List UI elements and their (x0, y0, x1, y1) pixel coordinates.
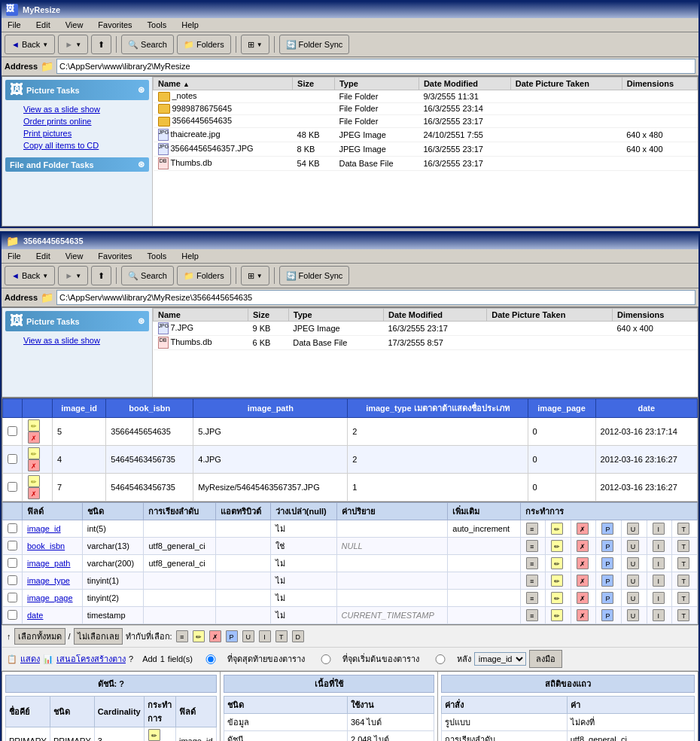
browse-btn[interactable]: ≡ (526, 557, 538, 569)
folder-sync-button[interactable]: 🔄 Folder Sync (279, 35, 350, 54)
at-end-option[interactable]: ที่จุดสุดท้ายของตาราง (196, 652, 305, 666)
menu2-favorites[interactable]: Favorites (95, 251, 135, 261)
struct-col-null[interactable]: ว่างเปล่า(null) (270, 503, 336, 520)
file-row[interactable]: 9989878675645 File Folder 16/3/2555 23:1… (154, 102, 698, 115)
idx-col-type[interactable]: ชนิด (50, 697, 94, 727)
unique-btn[interactable]: U (627, 575, 639, 587)
primary-btn[interactable]: P (601, 592, 613, 604)
collapse-icon2[interactable]: ⊛ (138, 160, 145, 169)
menu-file[interactable]: File (5, 20, 24, 30)
fulltext-btn[interactable]: T (677, 523, 689, 535)
folders-button[interactable]: 📁 Folders (177, 35, 231, 54)
order-prints-link[interactable]: Order prints online (5, 115, 149, 127)
db-col-image-type[interactable]: image_type เมตาดาต้าแสดงชื่อประเภท (348, 399, 528, 418)
index-btn[interactable]: I (653, 557, 665, 569)
after-field-select[interactable]: image_id (474, 652, 526, 666)
fulltext-btn[interactable]: T (677, 557, 689, 569)
del-btn[interactable]: ✗ (577, 540, 589, 552)
struct-field-link[interactable]: image_id (27, 524, 61, 533)
db-col-image-path[interactable]: image_path (193, 399, 348, 418)
struct-checkbox[interactable] (8, 523, 17, 533)
folder-sync-button2[interactable]: 🔄 Folder Sync (279, 266, 350, 285)
del-selected-btn[interactable]: ✗ (209, 630, 221, 642)
up-button2[interactable]: ⬆ (91, 266, 111, 285)
edit-btn[interactable]: ✏ (551, 523, 563, 535)
unique-btn[interactable]: U (627, 592, 639, 604)
index-btn[interactable]: I (653, 575, 665, 587)
del-btn[interactable]: ✗ (577, 592, 589, 604)
view-button2[interactable]: ⊞ ▼ (241, 266, 269, 285)
struct-checkbox[interactable] (8, 575, 17, 585)
browse-btn[interactable]: ≡ (526, 523, 538, 535)
db-col-image-id[interactable]: image_id (53, 399, 106, 418)
up-button[interactable]: ⬆ (91, 35, 111, 54)
file-row2[interactable]: DBThumbs.db 6 KB Data Base File 17/3/255… (154, 336, 698, 350)
del-btn[interactable]: ✗ (577, 609, 589, 621)
print-pictures-link[interactable]: Print pictures (5, 127, 149, 139)
search-button[interactable]: 🔍 Search (121, 35, 174, 54)
view-button[interactable]: ⊞ ▼ (241, 35, 269, 54)
file-row[interactable]: JPGthaicreate.jpg 48 KB JPEG Image 24/10… (154, 127, 698, 142)
struct-field-link[interactable]: image_type (27, 576, 70, 585)
edit-btn[interactable]: ✏ (551, 609, 563, 621)
delete-icon[interactable]: ✗ (28, 487, 40, 499)
at-begin-option[interactable]: ที่จุดเริ่มต้นของตาราง (311, 652, 419, 666)
select-all-link[interactable]: เลือกทั้งหมด (14, 628, 65, 645)
del-btn[interactable]: ✗ (577, 575, 589, 587)
struct-col-actions[interactable]: กระทำการ (520, 503, 697, 520)
address-input2[interactable] (56, 290, 695, 305)
browse-btn[interactable]: ≡ (526, 592, 538, 604)
browse-btn[interactable]: ≡ (526, 540, 538, 552)
struct-col-default[interactable]: ค่าปริยาย (336, 503, 448, 520)
distinct-selected-btn[interactable]: D (292, 630, 304, 642)
edit-btn[interactable]: ✏ (551, 592, 563, 604)
fulltext-btn[interactable]: T (677, 575, 689, 587)
col2-size[interactable]: Size (248, 309, 289, 322)
row-checkbox[interactable] (8, 426, 17, 436)
structure-link[interactable]: เสนอโครงสร้างตาง (56, 652, 126, 666)
row-checkbox[interactable] (8, 454, 17, 464)
unique-btn[interactable]: U (627, 609, 639, 621)
edit-btn[interactable]: ✏ (551, 575, 563, 587)
db-row[interactable]: ✏ ✗ 7 54645463456735 MyResize/5464546356… (3, 474, 698, 502)
back-dropdown-icon[interactable]: ▼ (42, 41, 48, 48)
col-name[interactable]: Name ▲ (154, 78, 293, 90)
primary-btn[interactable]: P (601, 557, 613, 569)
menu-edit[interactable]: Edit (33, 20, 53, 30)
index-btn[interactable]: I (653, 609, 665, 621)
view-dropdown-icon2[interactable]: ▼ (257, 273, 263, 279)
idx-col-key[interactable]: ชื่อคีย์ (6, 697, 50, 727)
go-button[interactable]: ลงมือ (529, 650, 562, 668)
index-btn[interactable]: I (653, 540, 665, 552)
delete-icon[interactable]: ✗ (28, 431, 40, 444)
menu-favorites[interactable]: Favorites (95, 20, 135, 30)
collapse-icon[interactable]: ⊛ (138, 85, 145, 95)
forward-button[interactable]: ► ▼ (58, 35, 88, 54)
edit-icon[interactable]: ✏ (28, 447, 40, 459)
unique-btn[interactable]: U (627, 540, 639, 552)
view-slideshow-link2[interactable]: View as a slide show (5, 334, 149, 346)
col2-dim[interactable]: Dimensions (612, 309, 697, 322)
back-button[interactable]: ◄ Back ▼ (5, 35, 55, 54)
db-col-book-isbn[interactable]: book_isbn (106, 399, 193, 418)
index-btn[interactable]: I (653, 523, 665, 535)
edit-icon[interactable]: ✏ (28, 419, 40, 431)
file-row[interactable]: JPG35664456546357.JPG 8 KB JPEG Image 16… (154, 142, 698, 156)
unique-selected-btn[interactable]: U (242, 630, 254, 642)
file-row[interactable]: _notes File Folder 9/3/2555 11:31 (154, 90, 698, 103)
struct-field-link[interactable]: image_page (27, 593, 73, 602)
col2-name[interactable]: Name (154, 309, 248, 322)
back-button2[interactable]: ◄ Back ▼ (5, 266, 55, 285)
folders-button2[interactable]: 📁 Folders (177, 266, 231, 285)
primary-selected-btn[interactable]: P (226, 630, 238, 642)
index-selected-btn[interactable]: I (259, 630, 271, 642)
menu2-tools[interactable]: Tools (145, 251, 170, 261)
menu-help[interactable]: Help (178, 20, 202, 30)
forward-dropdown-icon2[interactable]: ▼ (75, 273, 81, 279)
browse-btn[interactable]: ≡ (526, 575, 538, 587)
del-btn[interactable]: ✗ (577, 523, 589, 535)
view-slideshow-link[interactable]: View as a slide show (5, 103, 149, 115)
struct-checkbox[interactable] (8, 541, 17, 550)
db-col-date[interactable]: date (595, 399, 697, 418)
primary-btn[interactable]: P (601, 540, 613, 552)
